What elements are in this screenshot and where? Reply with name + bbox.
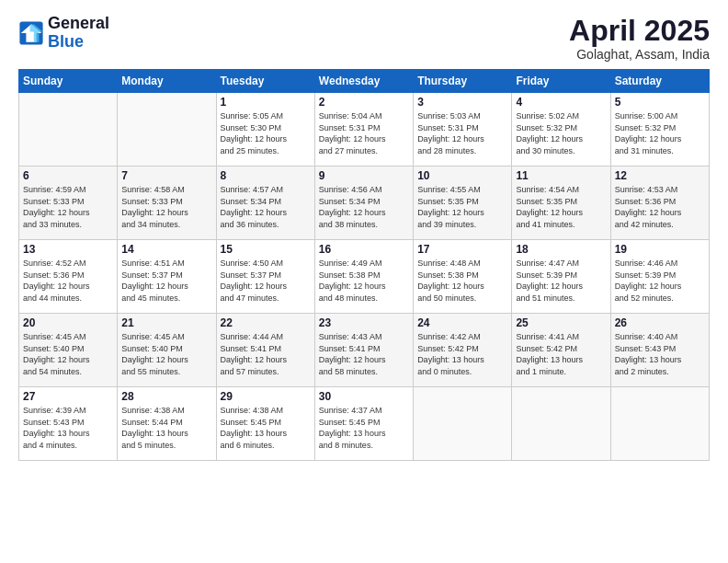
day-number: 24 <box>417 316 507 329</box>
page: General Blue April 2025 Golaghat, Assam,… <box>0 0 728 563</box>
logo-icon <box>18 20 44 46</box>
day-number: 25 <box>516 316 606 329</box>
day-info: Sunrise: 4:52 AM Sunset: 5:36 PM Dayligh… <box>23 258 113 304</box>
col-header-saturday: Saturday <box>610 70 709 93</box>
day-info: Sunrise: 4:50 AM Sunset: 5:37 PM Dayligh… <box>221 258 311 304</box>
day-info: Sunrise: 4:37 AM Sunset: 5:45 PM Dayligh… <box>319 405 409 451</box>
day-info: Sunrise: 4:39 AM Sunset: 5:43 PM Dayligh… <box>23 405 113 451</box>
title-block: April 2025 Golaghat, Assam, India <box>569 15 710 62</box>
day-number: 26 <box>615 316 705 329</box>
day-info: Sunrise: 4:53 AM Sunset: 5:36 PM Dayligh… <box>615 184 705 230</box>
day-info: Sunrise: 4:46 AM Sunset: 5:39 PM Dayligh… <box>615 258 705 304</box>
day-number: 2 <box>319 96 409 109</box>
day-number: 6 <box>23 169 113 182</box>
logo-blue: Blue <box>48 33 109 52</box>
day-number: 9 <box>319 169 409 182</box>
calendar-cell: 28Sunrise: 4:38 AM Sunset: 5:44 PM Dayli… <box>118 387 216 461</box>
day-number: 10 <box>417 169 507 182</box>
calendar-cell <box>610 387 709 461</box>
day-number: 1 <box>221 96 311 109</box>
calendar-cell: 7Sunrise: 4:58 AM Sunset: 5:33 PM Daylig… <box>118 167 216 240</box>
day-number: 21 <box>121 316 211 329</box>
calendar-week-4: 20Sunrise: 4:45 AM Sunset: 5:40 PM Dayli… <box>19 314 710 387</box>
day-info: Sunrise: 4:48 AM Sunset: 5:38 PM Dayligh… <box>417 258 507 304</box>
day-number: 20 <box>23 316 113 329</box>
day-info: Sunrise: 4:47 AM Sunset: 5:39 PM Dayligh… <box>516 258 606 304</box>
logo-text: General Blue <box>48 15 109 52</box>
calendar-cell: 21Sunrise: 4:45 AM Sunset: 5:40 PM Dayli… <box>118 314 216 387</box>
location: Golaghat, Assam, India <box>569 47 710 62</box>
calendar-header-row: SundayMondayTuesdayWednesdayThursdayFrid… <box>19 70 710 93</box>
day-info: Sunrise: 4:38 AM Sunset: 5:44 PM Dayligh… <box>121 405 211 451</box>
day-info: Sunrise: 4:42 AM Sunset: 5:42 PM Dayligh… <box>417 331 507 377</box>
calendar-week-5: 27Sunrise: 4:39 AM Sunset: 5:43 PM Dayli… <box>19 387 710 461</box>
col-header-thursday: Thursday <box>414 70 512 93</box>
day-info: Sunrise: 4:51 AM Sunset: 5:37 PM Dayligh… <box>121 258 211 304</box>
day-info: Sunrise: 4:58 AM Sunset: 5:33 PM Dayligh… <box>121 184 211 230</box>
day-number: 22 <box>221 316 311 329</box>
calendar-cell: 20Sunrise: 4:45 AM Sunset: 5:40 PM Dayli… <box>19 314 118 387</box>
day-number: 15 <box>221 243 311 256</box>
calendar-cell: 24Sunrise: 4:42 AM Sunset: 5:42 PM Dayli… <box>414 314 512 387</box>
day-number: 8 <box>221 169 311 182</box>
calendar-cell: 9Sunrise: 4:56 AM Sunset: 5:34 PM Daylig… <box>314 167 413 240</box>
col-header-monday: Monday <box>118 70 216 93</box>
calendar-cell: 10Sunrise: 4:55 AM Sunset: 5:35 PM Dayli… <box>414 167 512 240</box>
calendar-cell: 30Sunrise: 4:37 AM Sunset: 5:45 PM Dayli… <box>314 387 413 461</box>
day-number: 3 <box>417 96 507 109</box>
calendar-cell: 13Sunrise: 4:52 AM Sunset: 5:36 PM Dayli… <box>19 240 118 314</box>
day-info: Sunrise: 4:59 AM Sunset: 5:33 PM Dayligh… <box>23 184 113 230</box>
calendar-cell <box>19 93 118 167</box>
day-info: Sunrise: 4:41 AM Sunset: 5:42 PM Dayligh… <box>516 331 606 377</box>
day-number: 29 <box>221 390 311 403</box>
calendar-cell <box>118 93 216 167</box>
calendar-cell: 27Sunrise: 4:39 AM Sunset: 5:43 PM Dayli… <box>19 387 118 461</box>
calendar-cell <box>414 387 512 461</box>
calendar-cell: 19Sunrise: 4:46 AM Sunset: 5:39 PM Dayli… <box>610 240 709 314</box>
day-number: 17 <box>417 243 507 256</box>
calendar-cell: 6Sunrise: 4:59 AM Sunset: 5:33 PM Daylig… <box>19 167 118 240</box>
logo: General Blue <box>18 15 109 52</box>
header: General Blue April 2025 Golaghat, Assam,… <box>18 15 710 62</box>
month-title: April 2025 <box>569 15 710 47</box>
day-number: 23 <box>319 316 409 329</box>
day-info: Sunrise: 4:40 AM Sunset: 5:43 PM Dayligh… <box>615 331 705 377</box>
logo-general: General <box>48 15 109 33</box>
day-number: 13 <box>23 243 113 256</box>
col-header-tuesday: Tuesday <box>216 70 314 93</box>
calendar-cell: 16Sunrise: 4:49 AM Sunset: 5:38 PM Dayli… <box>314 240 413 314</box>
day-number: 7 <box>121 169 211 182</box>
day-number: 28 <box>121 390 211 403</box>
day-info: Sunrise: 5:00 AM Sunset: 5:32 PM Dayligh… <box>615 110 705 156</box>
day-info: Sunrise: 4:45 AM Sunset: 5:40 PM Dayligh… <box>23 331 113 377</box>
day-info: Sunrise: 5:04 AM Sunset: 5:31 PM Dayligh… <box>319 110 409 156</box>
calendar-week-2: 6Sunrise: 4:59 AM Sunset: 5:33 PM Daylig… <box>19 167 710 240</box>
calendar-cell: 25Sunrise: 4:41 AM Sunset: 5:42 PM Dayli… <box>512 314 610 387</box>
day-info: Sunrise: 4:57 AM Sunset: 5:34 PM Dayligh… <box>221 184 311 230</box>
calendar-cell: 8Sunrise: 4:57 AM Sunset: 5:34 PM Daylig… <box>216 167 314 240</box>
calendar-week-3: 13Sunrise: 4:52 AM Sunset: 5:36 PM Dayli… <box>19 240 710 314</box>
calendar-cell: 4Sunrise: 5:02 AM Sunset: 5:32 PM Daylig… <box>512 93 610 167</box>
calendar-cell: 15Sunrise: 4:50 AM Sunset: 5:37 PM Dayli… <box>216 240 314 314</box>
day-number: 19 <box>615 243 705 256</box>
day-info: Sunrise: 4:43 AM Sunset: 5:41 PM Dayligh… <box>319 331 409 377</box>
day-number: 4 <box>516 96 606 109</box>
day-number: 14 <box>121 243 211 256</box>
col-header-wednesday: Wednesday <box>314 70 413 93</box>
day-info: Sunrise: 5:03 AM Sunset: 5:31 PM Dayligh… <box>417 110 507 156</box>
day-info: Sunrise: 4:38 AM Sunset: 5:45 PM Dayligh… <box>221 405 311 451</box>
calendar-cell: 22Sunrise: 4:44 AM Sunset: 5:41 PM Dayli… <box>216 314 314 387</box>
day-info: Sunrise: 5:02 AM Sunset: 5:32 PM Dayligh… <box>516 110 606 156</box>
calendar-cell: 26Sunrise: 4:40 AM Sunset: 5:43 PM Dayli… <box>610 314 709 387</box>
calendar-cell: 18Sunrise: 4:47 AM Sunset: 5:39 PM Dayli… <box>512 240 610 314</box>
calendar-table: SundayMondayTuesdayWednesdayThursdayFrid… <box>18 69 710 461</box>
calendar-cell: 11Sunrise: 4:54 AM Sunset: 5:35 PM Dayli… <box>512 167 610 240</box>
day-number: 18 <box>516 243 606 256</box>
col-header-sunday: Sunday <box>19 70 118 93</box>
col-header-friday: Friday <box>512 70 610 93</box>
calendar-cell: 5Sunrise: 5:00 AM Sunset: 5:32 PM Daylig… <box>610 93 709 167</box>
day-info: Sunrise: 4:56 AM Sunset: 5:34 PM Dayligh… <box>319 184 409 230</box>
day-info: Sunrise: 4:54 AM Sunset: 5:35 PM Dayligh… <box>516 184 606 230</box>
day-number: 5 <box>615 96 705 109</box>
calendar-week-1: 1Sunrise: 5:05 AM Sunset: 5:30 PM Daylig… <box>19 93 710 167</box>
